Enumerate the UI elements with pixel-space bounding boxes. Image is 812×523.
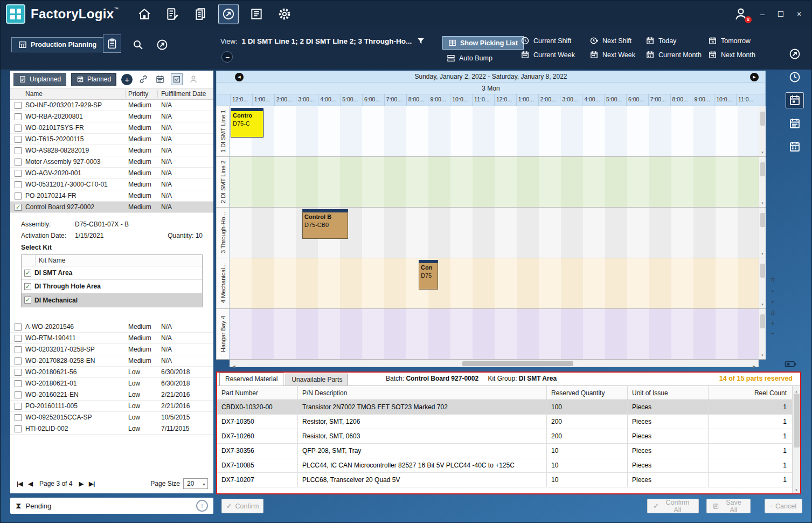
order-row[interactable]: Motor Assembly 927-0003MediumN/A [10,156,213,168]
navigator-nav-button[interactable] [218,4,239,24]
schedule-lane-throughhole[interactable]: Control B D75-CB0 [230,208,759,258]
search-button[interactable] [131,38,144,51]
order-checkbox[interactable] [15,170,22,177]
order-row[interactable]: WO-20180621-56Low6/30/2018 [10,367,213,378]
locate-button[interactable] [156,38,169,51]
order-checkbox[interactable] [15,380,22,387]
column-header-reel-count[interactable]: Reel Count [709,386,792,400]
scroll-up-icon[interactable] [771,287,775,294]
next-shift-button[interactable]: Next Shift [589,36,646,45]
part-row[interactable]: DX7-10260 Resistor, SMT, 0603 200 Pieces… [217,429,792,444]
prev-page-button[interactable]: ◀ [27,480,34,487]
page-size-select[interactable]: 20 [183,478,208,489]
scroll-thumb[interactable] [760,264,765,278]
zoom-out-icon[interactable] [771,330,774,336]
scroll-thumb[interactable] [760,314,765,328]
add-order-button[interactable]: + [121,74,133,85]
order-checkbox[interactable] [15,181,22,188]
order-checkbox[interactable] [15,125,22,132]
order-checkbox[interactable] [15,136,22,143]
confirm-button[interactable]: ✓ Confirm [221,499,263,513]
collapse-panel-button[interactable]: ↑ [196,500,208,512]
user-account-button[interactable]: x [733,6,749,22]
column-header-reserved-quantity[interactable]: Reserved Quantity [547,386,628,400]
goto-date-button[interactable] [786,46,804,62]
tab-unplanned[interactable]: Unplanned [13,73,66,86]
worksheet-nav-button[interactable] [162,4,183,24]
part-row[interactable]: DX7-10350 Resistor, SMT, 1206 200 Pieces… [217,415,792,429]
order-checkbox[interactable] [15,335,22,342]
order-row[interactable]: PO-20170214-FRMediumN/A [10,190,213,202]
documents-nav-button[interactable] [190,4,211,24]
home-nav-button[interactable] [134,4,155,24]
scroll-down-icon[interactable] [771,298,775,306]
first-page-button[interactable]: |◀ [16,480,24,487]
scroll-thumb[interactable] [462,361,573,366]
zoom-in-icon[interactable] [771,320,774,326]
schedule-horizontal-scrollbar[interactable] [230,360,759,367]
order-row[interactable]: WO-RBA-20200801MediumN/A [10,111,213,122]
current-week-button[interactable]: Current Week [520,50,589,59]
schedule-lane-hangar[interactable] [230,309,759,359]
scroll-down-icon[interactable] [759,197,766,207]
kit-checkbox-checked[interactable]: ✓ [24,297,31,304]
scroll-up-icon[interactable] [793,387,800,394]
order-checkbox[interactable] [15,346,22,353]
gantt-bar-selected[interactable]: Contro D75-C [231,108,263,137]
kit-name-column-header[interactable]: Kit Name [36,257,65,264]
order-row[interactable]: WO-AS828-08282019MediumN/A [10,145,213,156]
lane-vertical-scrollbar[interactable] [759,309,766,359]
schedule-lane-smt1[interactable]: Contro D75-C [230,106,759,156]
order-row[interactable]: WO-RTM-190411MediumN/A [10,333,213,344]
order-row[interactable]: WO-AGV-2020-001MediumN/A [10,168,213,179]
scroll-bottom-icon[interactable] [770,309,775,316]
order-checkbox[interactable] [15,357,22,364]
kit-checkbox-checked[interactable]: ✓ [24,270,31,277]
order-checkbox[interactable] [15,369,22,376]
scroll-right-icon[interactable] [751,360,758,367]
order-row[interactable]: WO-05312017-3000-CT0-01MediumN/A [10,179,213,190]
auto-bump-button[interactable]: Auto Bump [443,53,496,63]
kit-row[interactable]: ✓DI SMT Area [22,266,202,280]
tab-unavailable-parts[interactable]: Unavailable Parts [286,374,348,386]
maximize-button[interactable]: ☐ [776,10,786,18]
last-page-button[interactable]: ▶| [88,480,96,487]
production-planning-button[interactable]: Production Planning [11,37,103,52]
scroll-down-icon[interactable] [759,247,766,257]
next-month-button[interactable]: Next Month [708,50,772,59]
schedule-lane-mechanical[interactable]: Con D75 [230,258,759,308]
part-row[interactable]: DX7-30356 QFP-208, SMT, Tray 10 Pieces 1 [217,444,792,458]
order-checkbox[interactable] [15,159,22,166]
column-header-description[interactable]: P/N Description [298,386,547,400]
zoom-out-button[interactable]: − [221,51,233,63]
lane-vertical-scrollbar[interactable] [759,258,766,308]
assign-user-button[interactable] [188,73,199,85]
gantt-bar[interactable]: Control B D75-CB0 [302,209,348,239]
parts-vertical-scrollbar[interactable] [792,386,800,493]
order-checkbox[interactable] [15,425,22,432]
order-checkbox-checked[interactable]: ✓ [15,204,22,211]
scroll-down-icon[interactable] [759,146,766,156]
month-view-button[interactable] [786,139,804,155]
order-row[interactable]: SO-INF-02032017-929-SPMediumN/A [10,100,213,111]
column-header-date[interactable]: Fulfillment Date [158,90,213,98]
part-row-selected[interactable]: CBDX0-10320-00 Transistor 2N7002 TMOS FE… [217,400,792,415]
filter-icon[interactable] [416,36,426,46]
schedule-grid-button[interactable] [154,73,166,85]
order-checkbox[interactable] [15,147,22,154]
kit-row[interactable]: ✓DI Through Hole Area [22,280,202,293]
view-value[interactable]: 1 DI SMT Line 1; 2 DI SMT LIne 2; 3 Thro… [242,37,412,45]
order-row[interactable]: PO-20160111-005Low2/21/2016 [10,401,213,412]
scroll-thumb[interactable] [794,394,800,448]
next-range-button[interactable]: ▶ [750,73,759,81]
column-header-name[interactable]: Name [10,90,126,98]
order-checkbox[interactable] [15,192,22,199]
column-header-unit-of-issue[interactable]: Unit of Issue [628,386,709,400]
today-button[interactable]: Today [646,36,708,45]
show-picking-list-button[interactable]: Show Picking List [442,36,524,50]
minimize-button[interactable]: – [758,10,767,18]
save-all-button[interactable]: Save All [706,499,751,513]
order-checkbox[interactable] [15,403,22,410]
order-checkbox[interactable] [15,113,22,120]
confirm-all-button[interactable]: ✓ Confirm All [647,499,699,513]
